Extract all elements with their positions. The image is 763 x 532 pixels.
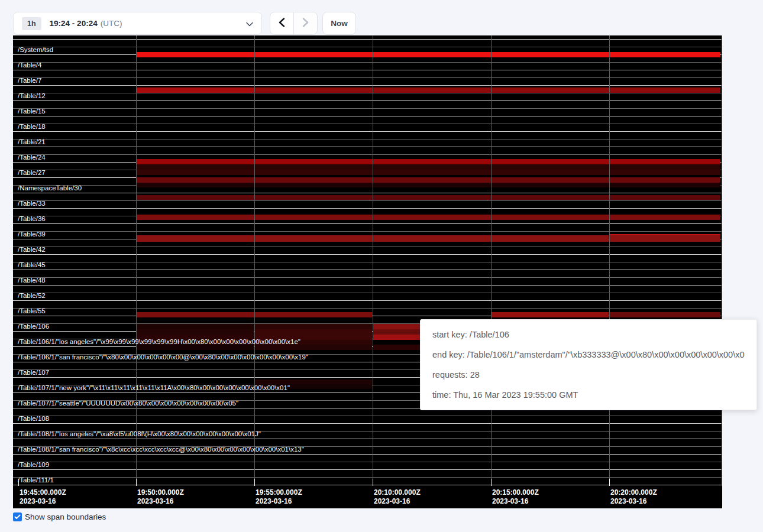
footer: Show span boundaries [13,512,106,521]
heatmap-cell [137,170,720,175]
tooltip-start-key: start key: /Table/106 [432,330,745,339]
span-boundary-line [13,200,722,201]
heatmap-cell [137,215,720,220]
row-label: /Table/33 [13,193,46,207]
heatmap-cell [610,234,720,235]
heatmap-cell [137,329,254,335]
span-boundary-line [13,170,722,170]
x-axis-label: 20:15:00.000Z2023-03-16 [492,488,539,505]
range-tooltip: start key: /Table/106 end key: /Table/10… [420,319,757,410]
x-axis-date: 2023-03-16 [20,497,66,506]
x-axis-date: 2023-03-16 [374,497,421,506]
next-button[interactable] [293,12,317,34]
heatmap-cell [137,195,720,200]
x-axis-label: 20:20:00.000Z2023-03-16 [610,488,657,505]
row-boundary-line [13,208,722,209]
row-boundary-line [13,439,722,439]
row-boundary-line [13,316,722,316]
row-boundary-line [13,131,722,132]
row-boundary-line [13,70,722,70]
row-boundary-line [13,485,722,485]
row-label: /System/tsd [13,39,53,54]
tooltip-time: time: Thu, 16 Mar 2023 19:55:00 GMT [432,390,745,400]
heatmap-cell [137,335,254,340]
row-label: /Table/39 [13,223,46,238]
show-span-boundaries-label[interactable]: Show span boundaries [25,512,106,521]
time-gridline [491,35,492,486]
row-boundary-line [13,423,722,424]
time-nav-group [270,12,318,35]
span-boundary-line [13,293,722,293]
time-range-selector[interactable]: 1h 19:24 - 20:24 (UTC) [13,12,262,35]
heatmap-cell [137,87,254,93]
heatmap-cell [255,335,372,340]
row-label: /Table/111/1 [13,469,54,484]
row-boundary-line [13,177,722,178]
x-axis-time: 20:15:00.000Z [492,488,539,497]
x-axis-date: 2023-03-16 [256,497,302,506]
heatmap[interactable]: /System/tsd/Table/4/Table/7/Table/12/Tab… [13,35,722,508]
row-label: /Table/107/1/"seattle"/"UUUUUUD\x00\x80\… [13,392,238,407]
heatmap-cell [137,235,609,242]
row-boundary-line [13,100,722,101]
heatmap-cell [137,177,720,183]
time-range-label: 19:24 - 20:24 [50,19,98,28]
row-label: /NamespaceTable/30 [13,177,82,192]
x-axis-date: 2023-03-16 [610,497,657,506]
span-boundary-line [13,431,722,432]
row-boundary-line [13,147,722,147]
x-axis-date: 2023-03-16 [492,497,539,506]
row-boundary-line [13,469,722,470]
duration-badge: 1h [22,17,41,30]
row-label: /Table/24 [13,147,46,161]
row-label: /Table/4 [13,54,41,69]
x-axis-time: 19:50:00.000Z [137,488,184,497]
x-axis-time: 19:55:00.000Z [256,488,302,497]
row-label: /Table/55 [13,300,46,315]
tooltip-requests: requests: 28 [432,370,745,379]
span-boundary-line [13,47,722,47]
row-boundary-line [13,300,722,301]
span-boundary-line [13,185,722,186]
row-label: /Table/27 [13,162,46,177]
heatmap-cell [137,324,254,329]
row-boundary-line [13,116,722,116]
row-boundary-line [13,285,722,286]
x-axis-tick [136,479,137,486]
row-label: /Table/52 [13,285,46,300]
heatmap-cell [137,159,720,164]
row-boundary-line [13,239,722,239]
show-span-boundaries-checkbox[interactable] [13,512,22,521]
row-boundary-line [13,223,722,224]
heatmap-cell [255,340,372,345]
x-axis-tick [609,479,610,486]
heatmap-cell [137,183,720,187]
now-button[interactable]: Now [322,12,356,35]
heatmap-cell [492,312,609,317]
span-boundary-line [13,139,722,140]
chart-edge-line [721,35,722,486]
row-label: /Table/107/1/"new york"/"\x11\x11\x11\x1… [13,377,290,392]
row-label: /Table/45 [13,254,46,269]
span-boundary-line [13,154,722,155]
row-boundary-line [13,39,722,40]
span-boundary-line [13,93,722,93]
heatmap-cell [610,235,720,242]
row-label: /Table/15 [13,100,46,115]
row-label: /Table/18 [13,116,46,131]
span-boundary-line [13,231,722,232]
prev-button[interactable] [270,12,293,34]
x-axis-label: 19:45:00.000Z2023-03-16 [20,488,66,505]
heatmap-cell [255,87,720,93]
span-boundary-line [13,216,722,216]
row-boundary-line [13,270,722,270]
time-gridline [609,35,610,486]
span-boundary-line [13,246,722,247]
span-boundary-line [13,462,722,462]
heatmap-cell [255,384,372,389]
time-gridline [254,35,255,486]
row-label: /Table/36 [13,208,46,223]
span-boundary-line [13,477,722,478]
span-boundary-line [13,124,722,124]
span-boundary-line [13,277,722,278]
